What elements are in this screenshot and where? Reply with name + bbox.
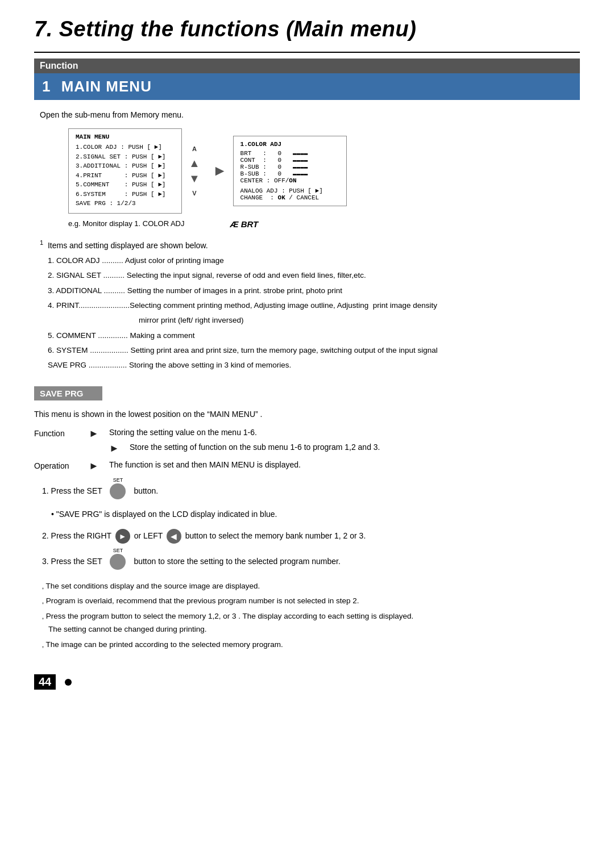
function-row: Function ► Storing the setting value on … (34, 428, 580, 454)
operation-arrow: ► (89, 460, 105, 472)
step-1-text-after: button. (134, 486, 158, 495)
item-line-5: 5. COMMENT .............. Making a comme… (48, 329, 580, 343)
right-nav-button[interactable]: ► (115, 529, 130, 544)
menu-item-4: 4.PRINT : PUSH [ ►] (76, 171, 175, 181)
function-arrow-2: ► (109, 443, 125, 454)
step-1-num: 1. (42, 486, 51, 495)
step-2-num: 2. (42, 531, 51, 540)
function-arrow: ► (89, 428, 105, 440)
menu-item-saveprg: SAVE PRG : 1/2/3 (76, 199, 175, 208)
operation-label: Operation (34, 461, 85, 470)
title-divider (34, 52, 580, 53)
diagram-arrows: A ▲ ▼ V (189, 145, 200, 197)
notes-section: ‚ The set conditions display and the sou… (42, 580, 580, 652)
menu-item-1: 1.COLOR ADJ : PUSH [ ►] (76, 143, 175, 152)
sub-item-analog: ANALOG ADJ : PUSH [ ►] (240, 187, 339, 194)
items-intro: 1 Items and setting displayed are shown … (40, 239, 580, 250)
items-intro-text: Items and setting displayed are shown be… (48, 240, 208, 249)
step-1-bullet: • "SAVE PRG" is displayed on the LCD dis… (51, 510, 580, 519)
page-number: 44 (34, 674, 56, 690)
sub-item-bsub: B-SUB : 0 ▬▬▬▬ (240, 170, 339, 177)
arrow-label-a: A (192, 145, 197, 152)
page-title: 7. Setting the functions (Main menu) (34, 17, 580, 41)
diagram-caption: e.g. Monitor display 1. COLOR ADJ Æ BRT (68, 219, 580, 229)
menu-item-5: 5.COMMENT : PUSH [ ►] (76, 180, 175, 190)
step-3-set-button-wrap: SET (107, 554, 128, 570)
page-footer: 44 (34, 674, 580, 690)
up-arrow: ▲ (189, 157, 200, 170)
left-menu-title: MAIN MENU (76, 133, 175, 140)
menu-item-6: 6.SYSTEM : PUSH [ ►] (76, 190, 175, 199)
step-2-text-mid: or LEFT (134, 531, 165, 540)
steps-container: 1. Press the SET SET button. • "SAVE PRG… (34, 483, 580, 570)
left-menu-box: MAIN MENU 1.COLOR ADJ : PUSH [ ►] 2.SIGN… (68, 128, 182, 214)
item-line-2: 2. SIGNAL SET .......... Selecting the i… (48, 269, 580, 282)
function-line-2-row: ► Store the setting of function on the s… (109, 443, 380, 454)
operation-row: Operation ► The function is set and then… (34, 460, 580, 472)
main-menu-bar: 1 MAIN MENU (34, 73, 580, 100)
sub-item-cont: CONT : 0 ▬▬▬▬ (240, 157, 339, 164)
step-3-num: 3. (42, 556, 51, 565)
note-3: ‚ Press the program button to select the… (42, 610, 580, 636)
menu-item-3: 3.ADDITIONAL : PUSH [ ►] (76, 161, 175, 171)
sub-item-center: CENTER : OFF/ON (240, 177, 339, 184)
set-button-1[interactable] (110, 483, 126, 499)
sub-item-rsub: R-SUB : 0 ▬▬▬▬ (240, 164, 339, 170)
set-label-1: SET (113, 476, 123, 484)
down-arrow: ▼ (189, 172, 200, 185)
main-menu-title: MAIN MENU (61, 78, 152, 95)
menu-diagram: MAIN MENU 1.COLOR ADJ : PUSH [ ►] 2.SIGN… (68, 128, 580, 214)
item-line-4b: mirror print (left/ right inversed) (48, 314, 580, 327)
item-line-saveprg: SAVE PRG .................. Storing the … (48, 358, 580, 372)
sub-menu-header: 1.COLOR ADJ (240, 141, 339, 148)
step-3-text-before: Press the SET (51, 556, 105, 565)
save-prg-section: SAVE PRG This menu is shown in the lowes… (34, 386, 580, 652)
item-line-1: 1. COLOR ADJ .......... Adjust color of … (48, 254, 580, 268)
item-line-3: 3. ADDITIONAL .......... Setting the num… (48, 284, 580, 298)
items-list: 1. COLOR ADJ .......... Adjust color of … (48, 254, 580, 372)
step-1-text-before: Press the SET (51, 486, 105, 495)
right-menu-box: 1.COLOR ADJ BRT : 0 ▬▬▬▬ CONT : 0 ▬▬▬▬ R… (233, 136, 347, 206)
caption-right: Æ BRT (230, 219, 258, 229)
step-3-text-after: button to store the setting to the selec… (134, 556, 340, 565)
right-arrow-big: ► (213, 162, 227, 180)
step-2-text-before: Press the RIGHT (51, 531, 114, 540)
set-label-3: SET (113, 546, 123, 554)
items-superscript: 1 (40, 239, 43, 246)
items-section: 1 Items and setting displayed are shown … (40, 239, 580, 373)
step-1: 1. Press the SET SET button. (42, 483, 580, 499)
save-prg-bar: SAVE PRG (34, 386, 102, 400)
sub-item-brt: BRT : 0 ▬▬▬▬ (240, 150, 339, 157)
function-bar: Function (34, 59, 580, 73)
left-nav-button[interactable]: ◀ (167, 529, 181, 544)
step-1-set-button-wrap: SET (107, 483, 128, 499)
menu-item-2: 2.SIGNAL SET : PUSH [ ►] (76, 152, 175, 162)
function-line-2: Store the setting of function on the sub… (130, 443, 380, 452)
step-3: 3. Press the SET SET button to store the… (42, 554, 580, 570)
page-dot (65, 679, 72, 686)
main-menu-number: 1 (42, 78, 51, 95)
note-4: ‚ The image can be printed according to … (42, 639, 580, 652)
item-line-4: 4. PRINT........................Selectin… (48, 299, 580, 312)
note-2: ‚ Program is overlaid, recommend that th… (42, 595, 580, 608)
item-line-6: 6. SYSTEM .................. Setting pri… (48, 344, 580, 357)
step-1-bullet-text: "SAVE PRG" is displayed on the LCD displ… (56, 510, 277, 519)
caption-left: e.g. Monitor display 1. COLOR ADJ (68, 219, 184, 229)
function-line-1: Storing the setting value on the menu 1-… (109, 428, 380, 437)
sub-item-change: CHANGE : OK / CANCEL (240, 194, 339, 201)
function-text-block: Storing the setting value on the menu 1-… (109, 428, 380, 454)
arrow-label-v: V (192, 190, 196, 197)
step-2: 2. Press the RIGHT ► or LEFT ◀ button to… (42, 529, 580, 544)
step-2-text-after: button to select the memory bank number … (185, 531, 366, 540)
intro-text: Open the sub-menu from Memory menu. (40, 110, 580, 119)
set-button-3[interactable] (110, 554, 126, 570)
function-label: Function (34, 429, 85, 438)
operation-text: The function is set and then MAIN MENU i… (109, 460, 580, 469)
note-1: ‚ The set conditions display and the sou… (42, 580, 580, 593)
save-prg-desc: This menu is shown in the lowest positio… (34, 410, 580, 419)
